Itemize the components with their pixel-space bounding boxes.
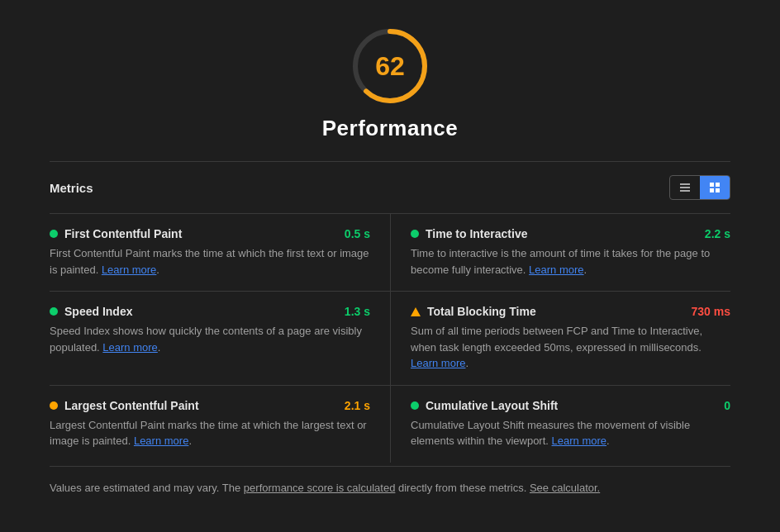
page-wrapper: 62 Performance Metrics [0, 0, 780, 520]
view-toggle [669, 175, 730, 200]
metric-tti-header: Time to Interactive 2.2 s [411, 227, 730, 240]
lcp-status-icon [50, 401, 58, 410]
tti-value: 2.2 s [705, 227, 730, 240]
metric-si-header: Speed Index 1.3 s [50, 305, 370, 318]
svg-rect-2 [680, 183, 690, 185]
fcp-value: 0.5 s [345, 227, 370, 240]
metric-fcp-name-row: First Contentful Paint [50, 227, 182, 240]
score-section: 62 Performance [50, 17, 730, 141]
metric-cls-header: Cumulative Layout Shift 0 [411, 399, 730, 412]
si-name: Speed Index [64, 305, 132, 318]
tti-name: Time to Interactive [426, 227, 527, 240]
performance-score-link[interactable]: performance score is calculated [244, 482, 396, 494]
fcp-name: First Contentful Paint [64, 227, 182, 240]
cls-learn-more[interactable]: Learn more [552, 435, 606, 447]
fcp-learn-more[interactable]: Learn more [102, 264, 156, 276]
tti-learn-more[interactable]: Learn more [529, 264, 583, 276]
metric-cls-name-row: Cumulative Layout Shift [411, 399, 558, 412]
tti-description: Time to interactive is the amount of tim… [411, 245, 730, 278]
footer-text1: Values are estimated and may vary. The [50, 482, 244, 494]
si-value: 1.3 s [345, 305, 370, 318]
metrics-grid: First Contentful Paint 0.5 s First Conte… [50, 213, 730, 463]
fcp-status-icon [50, 230, 58, 238]
metric-tbt: Total Blocking Time 730 ms Sum of all ti… [390, 291, 730, 385]
cls-name: Cumulative Layout Shift [426, 399, 558, 412]
metrics-header: Metrics [50, 161, 730, 200]
score-value: 62 [375, 51, 405, 82]
list-view-button[interactable] [670, 176, 700, 199]
tbt-description: Sum of all time periods between FCP and … [411, 323, 730, 372]
metric-fcp: First Contentful Paint 0.5 s First Conte… [50, 213, 390, 291]
si-description: Speed Index shows how quickly the conten… [50, 323, 370, 355]
footer-text2: directly from these metrics. [395, 482, 530, 494]
metric-tti: Time to Interactive 2.2 s Time to intera… [390, 213, 730, 291]
grid-view-button[interactable] [700, 176, 730, 199]
metrics-label: Metrics [50, 181, 93, 195]
svg-rect-4 [680, 190, 690, 192]
cls-description: Cumulative Layout Shift measures the mov… [411, 417, 730, 449]
lcp-name: Largest Contentful Paint [64, 399, 199, 412]
tbt-value: 730 ms [692, 305, 730, 318]
tbt-name: Total Blocking Time [427, 305, 536, 318]
tbt-status-icon [411, 307, 421, 316]
cls-value: 0 [724, 399, 730, 412]
metric-cls: Cumulative Layout Shift 0 Cumulative Lay… [390, 385, 730, 463]
lcp-value: 2.1 s [345, 399, 370, 412]
si-status-icon [50, 307, 58, 316]
see-calculator-link[interactable]: See calculator. [530, 482, 600, 494]
metric-si-name-row: Speed Index [50, 305, 132, 318]
svg-rect-3 [680, 187, 690, 188]
svg-rect-5 [710, 183, 714, 187]
svg-rect-7 [710, 188, 714, 192]
metric-lcp-header: Largest Contentful Paint 2.1 s [50, 399, 370, 412]
tbt-learn-more[interactable]: Learn more [411, 357, 465, 369]
footer-note: Values are estimated and may vary. The p… [50, 466, 730, 496]
si-learn-more[interactable]: Learn more [102, 341, 157, 354]
svg-rect-8 [716, 188, 720, 192]
metric-tbt-name-row: Total Blocking Time [411, 305, 536, 318]
svg-rect-6 [716, 183, 720, 187]
cls-status-icon [411, 401, 419, 410]
fcp-description: First Contentful Paint marks the time at… [50, 245, 370, 278]
metric-lcp: Largest Contentful Paint 2.1 s Largest C… [50, 385, 390, 463]
lcp-learn-more[interactable]: Learn more [134, 435, 188, 447]
score-circle: 62 [349, 25, 431, 107]
tti-status-icon [411, 230, 419, 238]
metric-lcp-name-row: Largest Contentful Paint [50, 399, 199, 412]
metric-si: Speed Index 1.3 s Speed Index shows how … [50, 291, 390, 385]
performance-title: Performance [322, 116, 458, 141]
metric-fcp-header: First Contentful Paint 0.5 s [50, 227, 370, 240]
metric-tti-name-row: Time to Interactive [411, 227, 527, 240]
lcp-description: Largest Contentful Paint marks the time … [50, 417, 370, 449]
metric-tbt-header: Total Blocking Time 730 ms [411, 305, 730, 318]
